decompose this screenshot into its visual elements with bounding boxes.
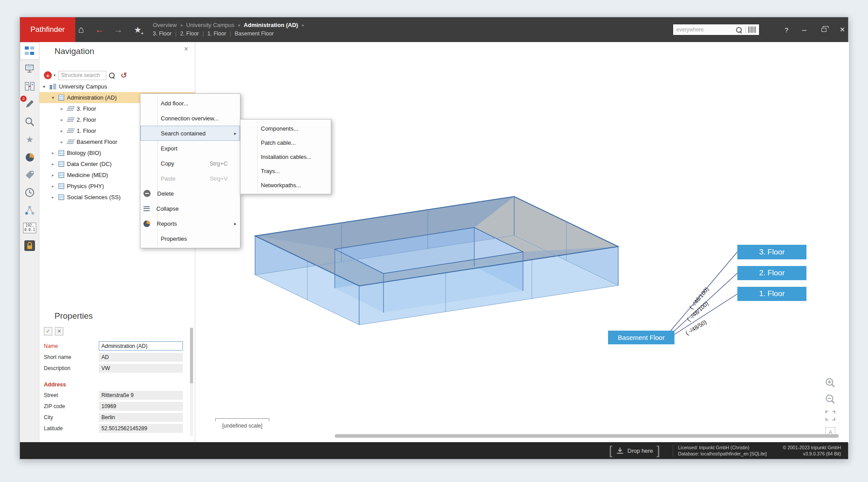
star-icon: ★	[134, 25, 141, 35]
main-canvas[interactable]: 3. Floor 2. Floor 1. Floor Basement Floo…	[195, 42, 849, 443]
zoom-out-button[interactable]	[824, 393, 837, 405]
fit-view-button[interactable]	[824, 409, 837, 422]
breadcrumb-separator-icon: ▸	[235, 23, 244, 27]
floor-button-basement[interactable]: Basement Floor	[608, 331, 674, 344]
ip-address-icon: 192.0.0.1	[23, 223, 36, 233]
tree-item-university-campus[interactable]: ▾University Campus	[39, 81, 195, 92]
home-icon[interactable]: ⌂	[72, 17, 90, 42]
search-icon[interactable]	[109, 73, 115, 78]
breadcrumb-item-university-campus[interactable]: University Campus	[186, 22, 234, 28]
menu-item-add-floor[interactable]: Add floor...	[140, 96, 240, 111]
pie-chart-icon	[26, 153, 34, 162]
menu-item-paste: PasteStrg+V	[140, 171, 240, 186]
building-3d-administration[interactable]	[255, 197, 618, 325]
menu-item-label: Collapse	[156, 205, 179, 212]
menu-item-collapse[interactable]: Collapse	[140, 201, 240, 216]
close-window-button[interactable]: ✕	[834, 17, 851, 42]
close-panel-icon[interactable]: ✕	[184, 46, 189, 52]
search-icon[interactable]	[736, 27, 742, 33]
toolstrip-history[interactable]	[20, 184, 39, 201]
expand-toggle-icon[interactable]: ▸	[52, 150, 58, 155]
property-row-name: Name	[39, 340, 189, 351]
status-bar: [ Drop here ] Licensed: tripunkt GmbH (C…	[20, 442, 848, 459]
breadcrumb-item-overview[interactable]: Overview	[153, 22, 177, 28]
menu-item-label: Add floor...	[161, 100, 188, 107]
minimize-button[interactable]: –	[796, 17, 813, 42]
toolstrip-tags[interactable]	[20, 166, 39, 184]
scrollbar-thumb[interactable]	[190, 328, 193, 383]
zoom-in-button[interactable]	[824, 377, 837, 389]
add-structure-button[interactable]: +	[44, 71, 52, 79]
global-search-input[interactable]	[673, 27, 736, 33]
expand-toggle-icon[interactable]: ▸	[52, 162, 58, 166]
refresh-icon[interactable]: ↺	[121, 72, 127, 79]
property-value[interactable]: AD	[99, 353, 183, 362]
app-logo[interactable]: Pathfinder	[20, 17, 75, 42]
help-button[interactable]: ?	[778, 17, 795, 42]
property-input-name[interactable]	[99, 341, 183, 351]
barcode-icon[interactable]	[748, 27, 756, 33]
menu-item-delete[interactable]: Delete	[140, 186, 240, 201]
fit-view-icon	[825, 410, 836, 421]
toolstrip-ip-address[interactable]: 192.0.0.1	[20, 219, 39, 237]
expand-toggle-icon[interactable]: ▸	[52, 184, 58, 189]
canvas-horizontal-scrollbar[interactable]	[335, 434, 839, 438]
toolstrip-topology[interactable]	[20, 201, 39, 219]
property-value[interactable]: Berlin	[99, 413, 183, 422]
submenu-arrow-icon: ▸	[234, 131, 236, 136]
toolstrip-navigation[interactable]	[20, 42, 39, 60]
property-value[interactable]: VW	[99, 364, 183, 373]
menu-item-properties[interactable]: Properties	[140, 231, 240, 246]
toolstrip-connection-overview[interactable]	[20, 77, 39, 95]
property-label: Latitude	[44, 425, 99, 432]
submenu-item-networkpaths[interactable]: Networkpaths...	[240, 178, 331, 192]
property-value[interactable]: 10969	[99, 402, 183, 411]
toolstrip-search[interactable]	[20, 113, 39, 131]
header-floor-link-basement-floor[interactable]: Basement Floor	[235, 31, 274, 37]
apply-button[interactable]: ✓	[44, 327, 52, 335]
global-search-box[interactable]	[673, 24, 760, 35]
building-icon	[58, 194, 64, 200]
toolstrip-reports[interactable]	[20, 148, 39, 166]
header-floor-link-1-floor[interactable]: 1. Floor	[207, 31, 226, 37]
menu-item-copy[interactable]: CopyStrg+C	[140, 156, 240, 171]
floor-icon	[66, 106, 75, 111]
submenu-item-components[interactable]: Components...	[240, 121, 331, 135]
header-floor-link-3-floor[interactable]: 3. Floor	[153, 31, 171, 37]
collapse-icon	[143, 206, 150, 211]
menu-item-connection-overview[interactable]: Connection overview...	[140, 111, 240, 126]
submenu-item-installation-cables[interactable]: Installation cables...	[240, 150, 331, 164]
header-bar: Pathfinder ⌂ ← → ★ + Overview▸University…	[20, 17, 848, 42]
properties-scrollbar[interactable]	[190, 327, 193, 436]
toolstrip-security[interactable]	[20, 237, 39, 254]
breadcrumb-separator-icon: ▸	[299, 23, 307, 27]
toolstrip-edit-tasks[interactable]: 3	[20, 95, 39, 113]
expand-toggle-icon[interactable]: ▸	[52, 173, 58, 177]
discard-button[interactable]: ✕	[55, 327, 63, 335]
property-row-description: DescriptionVW	[39, 362, 189, 374]
floor-button-3[interactable]: 3. Floor	[737, 245, 806, 259]
collapse-toggle-icon[interactable]: ▾	[43, 84, 50, 89]
add-dropdown-caret-icon[interactable]: ▾	[54, 73, 56, 77]
add-favorite-icon[interactable]: ★ +	[129, 17, 147, 42]
floor-icon	[66, 128, 75, 133]
maximize-button[interactable]	[815, 17, 832, 42]
menu-item-search-contained[interactable]: Search contained▸	[140, 126, 240, 141]
submenu-item-trays[interactable]: Trays...	[240, 164, 331, 178]
toolstrip-devices[interactable]	[20, 60, 39, 77]
floor-button-1[interactable]: 1. Floor	[737, 287, 806, 301]
header-floor-link-2-floor[interactable]: 2. Floor	[180, 31, 199, 37]
collapse-toggle-icon[interactable]: ▾	[52, 95, 58, 100]
submenu-item-patch-cable[interactable]: Patch cable...	[240, 135, 331, 150]
property-value[interactable]: Ritterstraße 9	[99, 391, 183, 400]
structure-search-input[interactable]	[58, 71, 106, 80]
toolstrip-favorites[interactable]: ★	[20, 131, 39, 148]
menu-item-reports[interactable]: Reports▸	[140, 216, 240, 231]
drop-zone[interactable]: [ Drop here ]	[609, 442, 660, 459]
breadcrumb-item-administration-ad[interactable]: Administration (AD)	[244, 22, 298, 28]
expand-toggle-icon[interactable]: ▸	[52, 195, 58, 200]
back-arrow-icon[interactable]: ←	[91, 17, 108, 42]
property-value[interactable]: 52.5012562145289	[99, 424, 183, 433]
menu-item-export[interactable]: Export	[140, 141, 240, 156]
floor-button-2[interactable]: 2. Floor	[737, 266, 806, 280]
